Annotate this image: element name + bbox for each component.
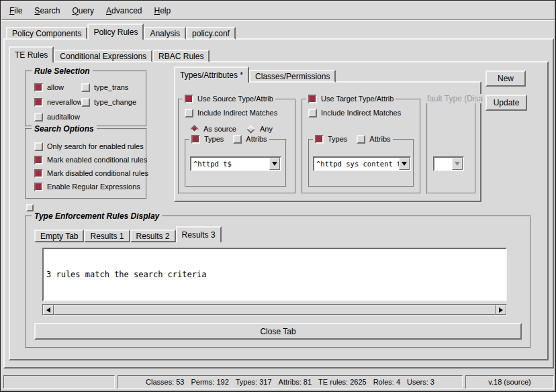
tab-empty[interactable]: Empty Tab xyxy=(34,230,84,242)
combobox-value[interactable]: ^httpd_sys_content_t$ xyxy=(314,160,399,168)
app-window: File Search Query Advanced Help Policy C… xyxy=(0,0,556,392)
checkbox-target-types[interactable]: Types xyxy=(315,134,347,144)
checkbox-auditallow[interactable]: auditallow xyxy=(34,112,80,121)
group-title: fault Type (Disa xyxy=(425,94,485,103)
arrow-left-icon xyxy=(46,307,50,313)
chevron-down-icon xyxy=(272,162,277,166)
menu-advanced[interactable]: Advanced xyxy=(101,4,146,17)
tab-policy-rules[interactable]: Policy Rules xyxy=(87,23,144,40)
radio-any[interactable]: Any xyxy=(246,124,273,134)
checkbox-label: Mark enabled conditional rules xyxy=(47,156,147,164)
results-text-area[interactable]: 3 rules match the search criteria (5822)… xyxy=(42,248,507,301)
dropdown-arrow-button xyxy=(452,158,463,170)
checkbox-indicator xyxy=(34,183,43,191)
scroll-left-button[interactable] xyxy=(43,305,54,315)
chevron-down-icon xyxy=(455,162,460,166)
target-type-group: Use Target Type/Attrib Include Indirect … xyxy=(302,99,421,194)
checkbox-enable-regex[interactable]: Enable Regular Expressions xyxy=(34,182,140,191)
tab-classes-permissions[interactable]: Classes/Permissions xyxy=(249,70,336,83)
menu-file[interactable]: File xyxy=(5,4,27,17)
radio-indicator-icon xyxy=(190,125,199,134)
checkbox-source-include-indirect[interactable]: Include Indirect Matches xyxy=(185,108,277,117)
combobox-value[interactable]: ^httpd_t$ xyxy=(191,160,269,168)
horizontal-scrollbar[interactable] xyxy=(42,304,507,315)
checkbox-target-include-indirect[interactable]: Include Indirect Matches xyxy=(308,108,401,117)
checkbox-neverallow[interactable]: neverallow xyxy=(34,97,83,107)
group-title: Rule Selection xyxy=(32,66,93,76)
default-type-group: fault Type (Disa xyxy=(426,99,476,194)
checkbox-indicator xyxy=(308,109,317,117)
tab-results-1[interactable]: Results 1 xyxy=(84,230,130,242)
checkbox-label: type_change xyxy=(94,98,136,107)
checkbox-label: Types xyxy=(328,135,347,144)
checkbox-source-types[interactable]: Types xyxy=(191,134,224,144)
checkbox-source-attribs[interactable]: Attribs xyxy=(233,134,267,144)
close-tab-button[interactable]: Close Tab xyxy=(34,323,522,340)
radio-as-source[interactable]: As source xyxy=(190,124,236,134)
stat-roles: Roles: 4 xyxy=(373,378,400,386)
group-title: Search Options xyxy=(32,124,97,134)
source-type-combobox[interactable]: ^httpd_t$ xyxy=(190,156,281,171)
tab-analysis[interactable]: Analysis xyxy=(144,27,186,40)
stat-te-rules: TE rules: 2625 xyxy=(318,378,367,386)
checkbox-indicator xyxy=(34,156,43,164)
checkbox-allow[interactable]: allow xyxy=(34,83,64,92)
menu-query[interactable]: Query xyxy=(67,4,99,17)
target-type-combobox[interactable]: ^httpd_sys_content_t$ xyxy=(313,156,411,171)
arrow-right-icon xyxy=(499,307,503,313)
checkbox-label: Attribs xyxy=(246,135,267,144)
stat-attribs: Attribs: 81 xyxy=(279,378,312,386)
stat-perms: Perms: 192 xyxy=(191,378,229,386)
results-tabrow: Empty Tab Results 1 Results 2 Results 3 xyxy=(34,226,222,242)
checkbox-mark-enabled-conditional[interactable]: Mark enabled conditional rules xyxy=(34,155,147,164)
checkbox-label: Use Source Type/Attrib xyxy=(197,95,273,103)
tab-policy-conf[interactable]: policy.conf xyxy=(186,27,236,40)
checkbox-label: type_trans xyxy=(94,83,128,92)
menu-help[interactable]: Help xyxy=(149,4,175,17)
default-type-combobox xyxy=(433,156,464,171)
rule-selection-group: Rule Selection allow type_trans neverall… xyxy=(25,70,147,127)
checkbox-type-change[interactable]: type_change xyxy=(81,97,136,107)
checkbox-indicator xyxy=(191,135,200,144)
checkbox-label: Only search for enabled rules xyxy=(47,142,144,151)
results-display-group: Type Enforcement Rules Display Empty Tab… xyxy=(25,215,531,348)
status-cell-stats: Classes: 53 Perms: 192 Types: 317 Attrib… xyxy=(118,375,463,389)
checkbox-label: neverallow xyxy=(47,98,83,107)
pane-sash-handle[interactable] xyxy=(26,204,34,211)
te-rules-panel: Rule Selection allow type_trans neverall… xyxy=(9,61,549,360)
checkbox-target-attribs[interactable]: Attribs xyxy=(357,134,390,144)
scroll-thumb[interactable] xyxy=(54,305,496,315)
types-attribs-tabrow: Types/Attributes * Classes/Permissions xyxy=(174,66,336,83)
checkbox-indicator xyxy=(34,98,43,107)
checkbox-use-target-type[interactable]: Use Target Type/Attrib xyxy=(308,94,393,103)
source-types-attribs-frame: Types Attribs ^httpd_t$ xyxy=(185,139,287,187)
dropdown-arrow-button[interactable] xyxy=(399,158,410,170)
tab-types-attributes[interactable]: Types/Attributes * xyxy=(174,66,249,83)
tab-results-3[interactable]: Results 3 xyxy=(176,226,222,242)
scroll-right-button[interactable] xyxy=(496,305,506,315)
update-button[interactable]: Update xyxy=(485,95,527,111)
menubar: File Search Query Advanced Help xyxy=(1,1,555,19)
tab-rbac-rules[interactable]: RBAC Rules xyxy=(152,50,210,62)
tab-te-rules[interactable]: TE Rules xyxy=(9,46,54,62)
new-button[interactable]: New xyxy=(485,70,526,87)
checkbox-label: Include Indirect Matches xyxy=(197,109,277,117)
checkbox-label: Use Target Type/Attrib xyxy=(321,95,393,103)
group-title: Type Enforcement Rules Display xyxy=(32,211,162,221)
checkbox-mark-disabled-conditional[interactable]: Mark disabled conditional rules xyxy=(34,168,148,178)
checkbox-use-source-type[interactable]: Use Source Type/Attrib xyxy=(185,94,273,103)
checkbox-indicator xyxy=(357,135,365,144)
checkbox-indicator xyxy=(185,95,193,103)
source-type-group: Use Source Type/Attrib Include Indirect … xyxy=(178,99,296,194)
checkbox-type-trans[interactable]: type_trans xyxy=(81,83,128,92)
tab-results-2[interactable]: Results 2 xyxy=(130,230,176,242)
tab-conditional-expressions[interactable]: Conditional Expressions xyxy=(54,50,152,62)
tab-policy-components[interactable]: Policy Components xyxy=(6,27,87,40)
menubar-separator xyxy=(1,19,555,21)
menu-search[interactable]: Search xyxy=(30,4,64,17)
status-cell-version: v.18 (source) xyxy=(465,375,554,389)
checkbox-only-enabled-rules[interactable]: Only search for enabled rules xyxy=(34,142,144,151)
rules-tabrow: TE Rules Conditional Expressions RBAC Ru… xyxy=(9,46,210,62)
checkbox-indicator xyxy=(34,142,43,151)
dropdown-arrow-button[interactable] xyxy=(269,158,280,170)
